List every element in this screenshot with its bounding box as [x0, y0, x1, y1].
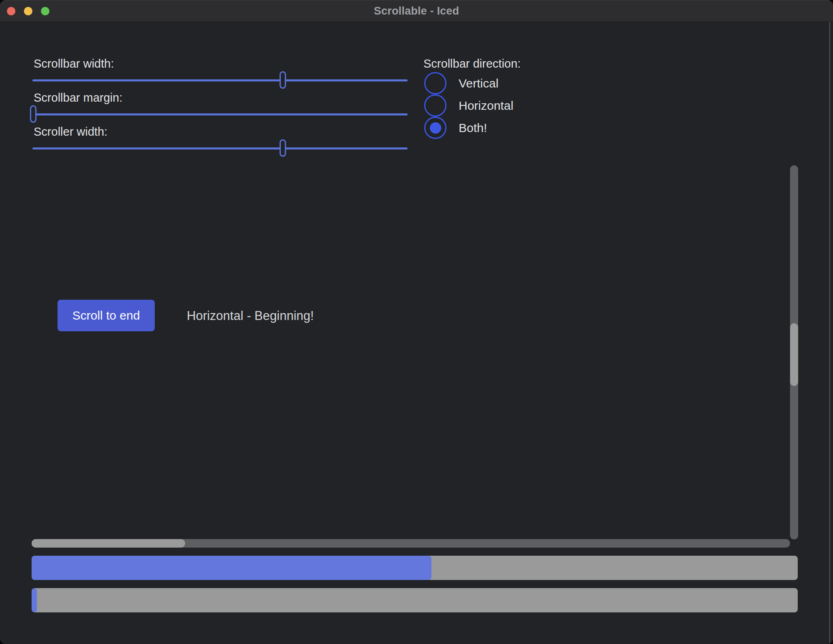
slider-rail — [32, 113, 408, 115]
scrollbar-margin-label: Scrollbar margin: — [34, 90, 122, 105]
radio-option-horizontal[interactable]: Horizontal — [424, 94, 513, 117]
horizontal-scroller[interactable] — [32, 539, 185, 548]
titlebar: Scrollable - Iced — [0, 0, 833, 22]
radio-label-both: Both! — [459, 121, 487, 135]
radio-dot — [430, 122, 441, 134]
radio-option-vertical[interactable]: Vertical — [424, 72, 498, 94]
window-edge-line — [829, 22, 830, 644]
scroll-status-text: Horizontal - Beginning! — [187, 308, 314, 324]
vertical-progress-bar — [32, 556, 798, 580]
slider-handle[interactable] — [30, 105, 36, 123]
scrollbar-width-slider[interactable] — [32, 71, 408, 89]
horizontal-progress-fill — [32, 588, 37, 612]
scrollbar-margin-slider[interactable] — [32, 105, 408, 123]
scrollbar-direction-label: Scrollbar direction: — [423, 56, 521, 71]
vertical-progress-fill — [32, 556, 431, 580]
radio-option-both[interactable]: Both! — [424, 117, 487, 139]
radio-label-vertical: Vertical — [459, 77, 498, 90]
scrollbar-width-label: Scrollbar width: — [34, 56, 114, 71]
radio-label-horizontal: Horizontal — [459, 99, 513, 113]
window-title: Scrollable - Iced — [0, 0, 833, 22]
scroller-width-label: Scroller width: — [34, 124, 107, 139]
radio-circle[interactable] — [424, 117, 446, 139]
vertical-scroller[interactable] — [790, 323, 798, 386]
vertical-scrollbar-track[interactable] — [790, 165, 798, 540]
horizontal-progress-bar — [32, 588, 798, 612]
slider-handle[interactable] — [280, 139, 286, 157]
radio-circle[interactable] — [424, 72, 446, 94]
scroll-to-end-button[interactable]: Scroll to end — [58, 300, 155, 331]
horizontal-scrollbar-track[interactable] — [32, 539, 790, 548]
slider-rail — [32, 79, 408, 81]
slider-handle[interactable] — [280, 71, 286, 89]
radio-circle[interactable] — [424, 94, 446, 117]
app-window: Scrollable - Iced Scrollbar width: Scrol… — [0, 0, 833, 644]
slider-rail — [32, 147, 408, 149]
scroller-width-slider[interactable] — [32, 139, 408, 157]
